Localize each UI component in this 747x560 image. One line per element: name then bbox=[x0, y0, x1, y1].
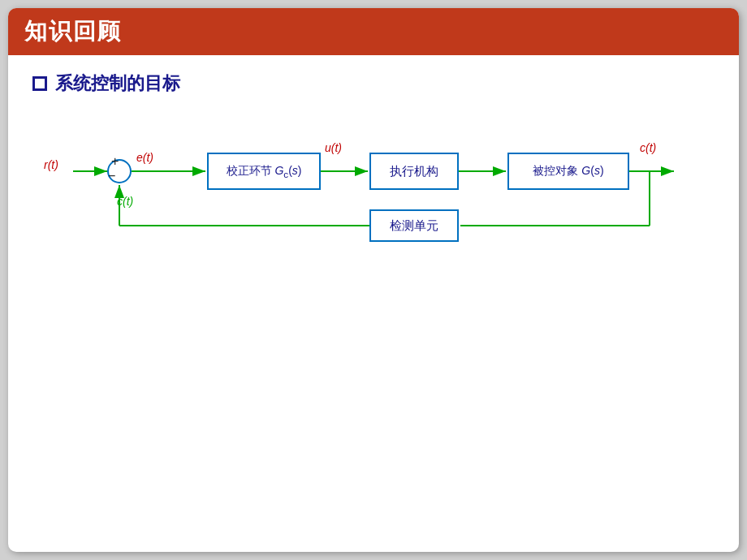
section-title: 系统控制的目标 bbox=[55, 71, 180, 96]
actuator-box: 执行机构 bbox=[369, 153, 459, 190]
label-minus: − bbox=[108, 169, 115, 183]
section-header: 系统控制的目标 bbox=[32, 71, 715, 96]
label-ct-out: c(t) bbox=[640, 141, 656, 154]
slide-title: 知识回顾 bbox=[24, 16, 122, 47]
plant-label: 被控对象 G(s) bbox=[533, 164, 603, 179]
corrector-box: 校正环节 Gc(s) bbox=[207, 153, 321, 190]
label-plus: + bbox=[111, 154, 119, 169]
label-rt: r(t) bbox=[44, 158, 58, 171]
slide-header: 知识回顾 bbox=[8, 8, 739, 55]
label-et: e(t) bbox=[136, 151, 153, 164]
label-ct-fb: c(t) bbox=[117, 195, 133, 208]
slide: 知识回顾 系统控制的目标 bbox=[8, 8, 739, 552]
control-diagram: 校正环节 Gc(s) 执行机构 被控对象 G(s) 检测单元 r(t) + bbox=[32, 114, 698, 243]
label-ut: u(t) bbox=[325, 141, 342, 154]
plant-box: 被控对象 G(s) bbox=[507, 153, 629, 190]
sensor-label: 检测单元 bbox=[390, 218, 438, 234]
actuator-label: 执行机构 bbox=[390, 164, 438, 179]
section-icon bbox=[32, 76, 47, 91]
corrector-label: 校正环节 Gc(s) bbox=[227, 164, 302, 179]
slide-content: 系统控制的目标 bbox=[8, 55, 739, 552]
sensor-box: 检测单元 bbox=[369, 209, 459, 242]
